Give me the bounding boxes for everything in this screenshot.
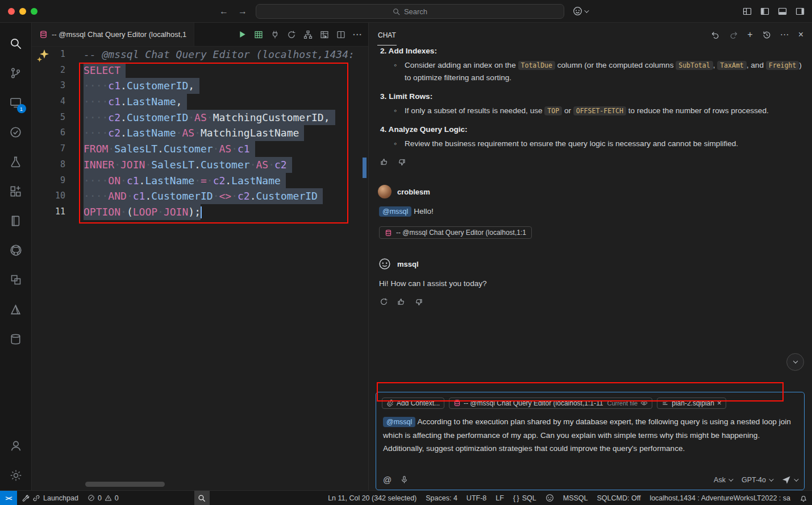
chat-conversation: 2. Add Indexes:◦Consider adding an index… [369,47,812,392]
code-token: ON [108,175,120,187]
scroll-to-bottom-button[interactable] [786,353,804,371]
copilot-menu[interactable] [573,6,588,16]
mention-picker-icon[interactable]: @ [383,475,392,485]
add-context-button[interactable]: Add Context... [382,398,444,409]
code-token: . [139,175,145,187]
results-grid-icon[interactable] [254,30,263,39]
close-icon[interactable]: × [798,30,803,39]
sidebar-item-search[interactable] [2,28,30,58]
schema-compare-icon[interactable] [303,30,313,39]
code-token: · [213,190,219,202]
tab-chat[interactable]: CHAT [377,24,397,45]
new-chat-icon[interactable]: + [747,30,752,39]
microphone-icon[interactable] [400,475,409,484]
chat-input-container[interactable]: Add Context... -- @mssql Chat Query Edit… [376,392,805,490]
inline-code: OFFSET-FETCH [573,106,626,115]
context-file-chip[interactable]: -- @mssql Chat Query Editor (localhost,1… [449,398,652,409]
thumbs-up-icon[interactable] [397,297,406,307]
sidebar-item-azure[interactable] [2,295,30,324]
maximize-window-button[interactable] [31,8,38,15]
chat-history-icon[interactable] [762,30,771,39]
copilot-status[interactable] [541,491,559,505]
estimated-plan-icon[interactable] [287,30,296,39]
regenerate-icon[interactable] [380,297,388,306]
mode-picker[interactable]: Ask [714,476,732,484]
sidebar-item-testing[interactable] [2,117,30,147]
query-plan-icon[interactable] [320,30,329,39]
toggle-panel-icon[interactable] [778,7,787,16]
code-token: c2 [108,111,120,123]
context-plan-chip[interactable]: plan-2.sqlplan × [657,398,726,409]
language-mode[interactable]: { } SQL [509,491,541,505]
code-token: · [127,190,133,202]
redo-edits-icon[interactable] [729,30,738,39]
sql-file-icon [453,399,461,407]
chat-message-input[interactable]: @mssql According to the execution plan s… [383,415,797,474]
user-avatar [378,185,392,198]
sql-file-icon [385,229,392,237]
encoding[interactable]: UTF-8 [462,491,491,505]
send-button[interactable] [782,475,797,485]
text-segment: or [562,106,573,115]
zoom-indicator[interactable] [194,491,210,505]
customize-layout-icon[interactable] [743,7,752,16]
sidebar-item-source-control[interactable] [2,58,30,88]
more-icon[interactable]: ··· [780,30,789,39]
command-center-search[interactable]: Search [256,4,564,19]
line-number: 7 [32,141,65,157]
code-token: LastName [231,175,281,187]
forward-icon[interactable]: → [238,6,247,16]
connect-icon[interactable] [270,30,280,39]
remove-chip-icon[interactable]: × [717,399,722,407]
settings-button[interactable] [2,461,30,490]
remote-indicator[interactable]: >< [0,491,17,505]
accounts-button[interactable] [2,431,30,461]
sidebar-item-github[interactable] [2,235,30,265]
code-token: · [207,175,213,187]
code-text: ····c1.CustomerID, [84,78,199,94]
sqlcmd-status[interactable]: SQLCMD: Off [593,491,646,505]
extensions-icon [10,185,22,197]
sidebar-item-remote-explorer[interactable]: 1 [2,88,30,117]
horizontal-scrollbar[interactable] [85,482,165,487]
connection-status[interactable]: localhost,1434 : AdventureWorksLT2022 : … [645,491,795,505]
attachment-pill[interactable]: -- @mssql Chat Query Editor (localhost,1… [379,226,532,239]
undo-edits-icon[interactable] [711,30,720,39]
back-icon[interactable]: ← [219,6,228,16]
sidebar-item-extensions[interactable] [2,176,30,206]
run-query-icon[interactable] [238,30,247,39]
launchpad-button[interactable]: Launchpad [17,491,83,505]
notifications-button[interactable] [795,491,812,505]
mssql-status[interactable]: MSSQL [559,491,593,505]
sidebar-item-run-queries[interactable] [2,147,30,176]
toggle-secondary-sidebar-icon[interactable] [796,7,805,16]
line-number: 5 [32,110,65,126]
eol-sequence[interactable]: LF [491,491,509,505]
code-line: 4····c1.LastName, [32,94,368,110]
toggle-primary-sidebar-icon[interactable] [760,7,769,16]
cursor-position[interactable]: Ln 11, Col 20 (342 selected) [323,491,421,505]
minimize-window-button[interactable] [19,8,26,15]
code-token: c1 [108,80,120,92]
code-token: . [120,80,127,92]
thumbs-down-icon[interactable] [397,158,406,167]
sidebar-item-remote-windows[interactable] [2,265,30,295]
code-line: 6····c2.LastName·AS·MatchingLastName [32,125,368,141]
code-text: ····ON·c1.LastName·=·c2.LastName [84,173,286,189]
more-actions-icon[interactable]: ··· [353,30,363,39]
code-token: · [145,159,151,171]
thumbs-up-icon[interactable] [380,158,389,167]
code-token: ( [127,206,133,218]
close-window-button[interactable] [8,8,15,15]
sidebar-item-database-projects[interactable] [2,324,30,354]
split-editor-icon[interactable] [336,30,345,39]
thumbs-down-icon[interactable] [414,297,423,307]
problems-indicator[interactable]: 0 0 [83,491,123,505]
editor-tab[interactable]: -- @mssql Chat Query Editor (localhost,1 [32,23,194,46]
sidebar-item-notebooks[interactable] [2,206,30,235]
indentation[interactable]: Spaces: 4 [421,491,462,505]
model-picker[interactable]: GPT-4o [742,476,772,484]
copilot-sparkle-icon[interactable] [36,49,51,63]
code-editor[interactable]: 1-- @mssql Chat Query Editor (localhost,… [32,47,368,490]
eye-icon[interactable] [640,399,648,407]
